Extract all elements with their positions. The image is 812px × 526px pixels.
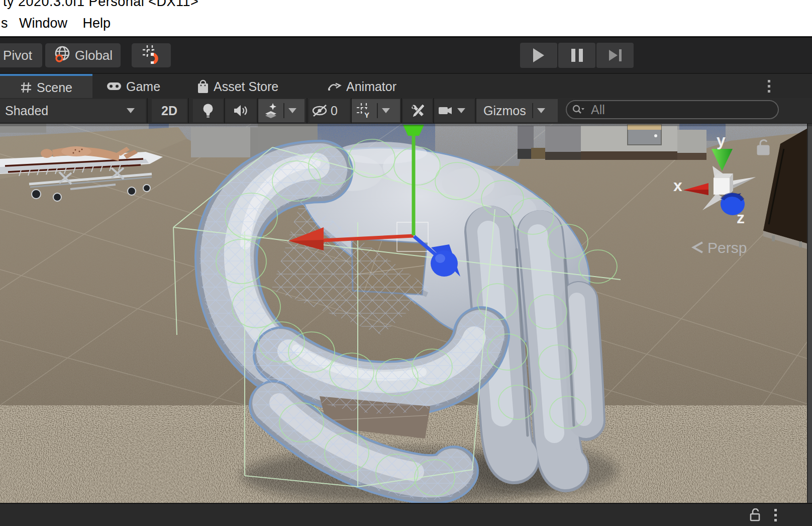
grid-snap-icon [141,44,161,67]
search-icon [572,104,585,115]
shopping-bag-icon [197,79,209,94]
lightbulb-icon [201,103,215,119]
camera-dropdown-icon[interactable] [457,108,465,113]
scene-effects-group [258,99,304,122]
scene-grid-icon [20,81,32,94]
unity-editor-window: ty 2020.3.0f1 Personal <DX11> s Window H… [0,0,812,526]
tab-animator-label: Animator [346,79,396,94]
menu-item-help[interactable]: Help [82,16,111,31]
effects-icon [262,103,279,119]
gizmos-label: Gizmos [483,104,526,118]
effects-button[interactable] [262,103,279,119]
scene-camera-group [434,99,474,122]
menu-item-partial[interactable]: s [1,16,8,31]
gizmo-cube[interactable] [714,178,730,195]
grid-snap-button[interactable] [132,43,171,67]
scene-visibility-button[interactable]: 0 [310,99,350,122]
speaker-icon [233,104,248,117]
scene-view-toolbar: Shaded 2D [0,98,812,124]
tab-options-kebab-icon[interactable] [765,80,773,93]
axis-z-label: z [737,209,745,227]
pivot-toggle-button[interactable]: Pivot [0,43,42,67]
svg-text:Y: Y [364,111,369,119]
status-kebab-icon[interactable] [774,509,777,521]
menu-bar: s Window Help [0,11,812,38]
gamepad-icon [107,81,122,92]
axis-y-label: y [717,131,726,149]
pivot-label: Pivot [3,48,32,63]
window-title: ty 2020.3.0f1 Personal <DX11> [3,0,198,10]
wall-picture [628,125,661,145]
tab-asset-store[interactable]: Asset Store [197,74,278,99]
globe-icon [53,45,75,66]
pause-button[interactable] [558,43,595,68]
main-toolbar: Pivot Global [0,38,812,73]
scene-3d-render: y x z Persp [0,124,812,503]
2d-label: 2D [161,104,177,118]
axis-x-label: x [673,177,682,195]
pause-icon [571,49,583,62]
grid-y-icon: Y [356,102,373,119]
tab-scene-label: Scene [37,80,72,95]
tab-asset-store-label: Asset Store [214,79,278,94]
effects-dropdown-icon[interactable] [288,108,296,113]
chevron-down-icon [127,108,135,113]
camera-icon [438,105,453,116]
wrench-pencil-icon [410,103,426,118]
draw-mode-label: Shaded [5,104,48,118]
tab-game[interactable]: Game [107,74,160,99]
scene-lighting-button[interactable] [193,99,223,122]
menu-item-window[interactable]: Window [19,16,67,31]
scene-search-field[interactable] [566,100,779,119]
tab-scene[interactable]: Scene [0,74,92,99]
scene-audio-button[interactable] [225,99,256,122]
global-label: Global [75,48,113,63]
view-tab-bar: Scene Game Asset Store [0,73,812,99]
draw-mode-dropdown[interactable]: Shaded [0,99,146,122]
playmode-controls [520,43,634,68]
animator-icon [328,81,342,92]
gizmos-dropdown-icon [537,108,545,113]
gizmos-dropdown[interactable]: Gizmos [476,99,558,122]
eye-off-icon [312,104,330,118]
status-bar [0,503,812,526]
camera-button[interactable] [438,105,453,116]
search-input[interactable] [590,102,773,118]
2d-toggle-button[interactable]: 2D [152,99,187,122]
grid-visibility-group: Y [352,99,400,122]
projection-label: Persp [707,239,747,256]
grid-axis-button[interactable]: Y [356,102,373,119]
tab-game-label: Game [126,79,160,94]
tab-animator[interactable]: Animator [328,74,396,99]
component-tools-button[interactable] [403,99,432,122]
step-button[interactable] [596,43,634,68]
window-titlebar: ty 2020.3.0f1 Personal <DX11> [0,0,812,11]
hidden-count-label: 0 [331,104,338,118]
play-button[interactable] [520,43,557,68]
global-toggle-button[interactable]: Global [45,43,121,67]
play-icon [533,48,544,62]
grid-dropdown-icon[interactable] [382,108,390,113]
scene-viewport[interactable]: y x z Persp [0,124,812,503]
step-icon [609,50,618,61]
lock-icon[interactable] [749,508,761,521]
